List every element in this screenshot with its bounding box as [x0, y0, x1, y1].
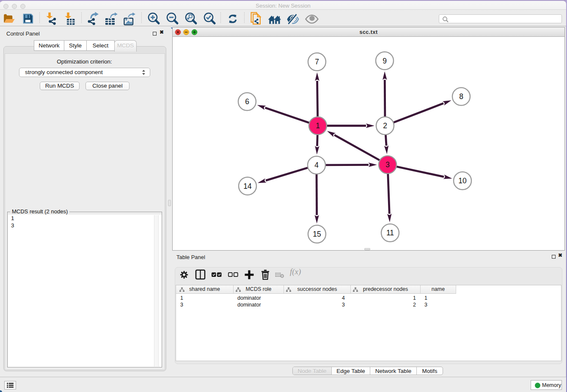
svg-text:7: 7 — [315, 58, 319, 66]
svg-text:3: 3 — [385, 160, 390, 169]
svg-text:2: 2 — [383, 121, 387, 130]
svg-text:6: 6 — [245, 97, 249, 106]
svg-text:4: 4 — [314, 161, 319, 169]
svg-text:14: 14 — [243, 182, 252, 190]
svg-text:10: 10 — [458, 177, 467, 185]
svg-text:8: 8 — [459, 92, 463, 101]
svg-text:11: 11 — [386, 229, 394, 237]
svg-text:1: 1 — [316, 121, 320, 130]
svg-text:9: 9 — [383, 57, 387, 65]
svg-text:15: 15 — [313, 230, 321, 238]
